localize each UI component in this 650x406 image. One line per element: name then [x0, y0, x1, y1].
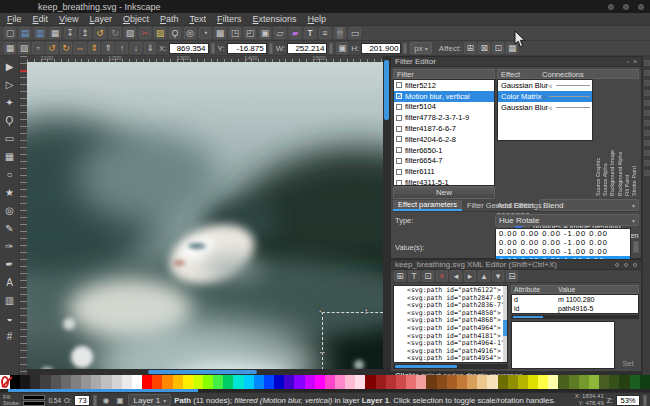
- fill-stroke-indicator[interactable]: [23, 395, 45, 406]
- h-spinner[interactable]: [403, 43, 407, 54]
- filter-list-item[interactable]: filter4204-6-2-8: [394, 134, 494, 145]
- palette-swatch[interactable]: [254, 375, 264, 389]
- filter-checkbox[interactable]: ✓: [396, 93, 402, 99]
- save-icon[interactable]: ▥: [34, 27, 46, 39]
- attribute-header[interactable]: Attribute: [512, 286, 558, 293]
- tree-vertical-scrollbar[interactable]: [503, 286, 507, 362]
- palette-swatch[interactable]: [619, 375, 629, 389]
- palette-swatch[interactable]: [20, 375, 30, 389]
- snap-centers-icon[interactable]: [644, 160, 650, 166]
- filter-checkbox[interactable]: [396, 136, 402, 142]
- scrollbar-handle[interactable]: [384, 60, 389, 120]
- palette-swatch[interactable]: [325, 375, 335, 389]
- palette-swatch[interactable]: [233, 375, 243, 389]
- palette-swatch[interactable]: [173, 375, 183, 389]
- affect-scale-icon[interactable]: ⊠: [478, 42, 490, 54]
- palette-swatch[interactable]: [599, 375, 609, 389]
- palette-swatch[interactable]: [589, 375, 599, 389]
- scale-handle-top[interactable]: ↕: [364, 307, 368, 316]
- document-properties-icon[interactable]: ▭: [349, 27, 361, 39]
- palette-swatch[interactable]: [355, 375, 365, 389]
- zoom-input[interactable]: 53%: [616, 395, 640, 406]
- connection-input-label[interactable]: Background Image: [609, 80, 615, 196]
- palette-swatch[interactable]: [518, 375, 528, 389]
- xml-node-row[interactable]: <svg:path id="path2836-7">: [394, 301, 507, 309]
- xml-node-row[interactable]: <svg:path id="path4954">: [394, 354, 507, 362]
- flip-horizontal-icon[interactable]: ⇔: [74, 42, 86, 54]
- box-3d-tool[interactable]: ▦: [2, 148, 18, 164]
- menu-item[interactable]: Path: [160, 14, 179, 24]
- set-attribute-button[interactable]: Set: [617, 358, 639, 369]
- type-dropdown[interactable]: Hue Rotate ▾: [495, 214, 639, 226]
- lock-ratio-icon[interactable]: ▣: [336, 42, 348, 54]
- palette-swatch[interactable]: [426, 375, 436, 389]
- palette-swatch[interactable]: [51, 375, 61, 389]
- ellipse-tool[interactable]: ○: [2, 166, 18, 182]
- tree-horizontal-scrollbar[interactable]: [393, 364, 508, 369]
- w-spinner[interactable]: [329, 43, 333, 54]
- layer-visibility-eye-icon[interactable]: ◉: [100, 395, 111, 406]
- fill-swatch[interactable]: [23, 395, 45, 400]
- menu-item[interactable]: Edit: [33, 14, 49, 24]
- snap-bbox-edges-icon[interactable]: [644, 80, 650, 86]
- xml-node-row[interactable]: <svg:path id="path4868">: [394, 316, 507, 324]
- zoom-spinner[interactable]: [643, 395, 647, 406]
- filter-list-item[interactable]: filter5104: [394, 102, 494, 113]
- matrix-row[interactable]: 0.00 0.00 0.00 -1.00 0.00: [496, 238, 630, 247]
- align-dialog-icon[interactable]: ▒: [334, 27, 346, 39]
- affect-rotate-icon[interactable]: ⊡: [492, 42, 504, 54]
- palette-swatch[interactable]: [487, 375, 497, 389]
- menu-item[interactable]: File: [7, 14, 22, 24]
- palette-swatch[interactable]: [81, 375, 91, 389]
- palette-swatch[interactable]: [315, 375, 325, 389]
- select-all-layers-icon[interactable]: ▧: [18, 42, 30, 54]
- new-text-node-icon[interactable]: T: [408, 270, 420, 282]
- filter-list-item[interactable]: ✓ Motion blur, vertical: [394, 91, 494, 102]
- palette-swatch[interactable]: [558, 375, 568, 389]
- undo-icon[interactable]: ↺: [94, 27, 106, 39]
- attribute-row[interactable]: id path4916-5: [512, 304, 638, 313]
- fill-stroke-icon[interactable]: ▰: [289, 27, 301, 39]
- snap-smooth-nodes-icon[interactable]: [644, 140, 650, 146]
- lower-icon[interactable]: ↓: [130, 42, 142, 54]
- xml-node-row[interactable]: <svg:path id="path6122">: [394, 286, 507, 294]
- palette-swatch[interactable]: [548, 375, 558, 389]
- float-panel-icon[interactable]: ▫: [626, 58, 628, 65]
- cut-icon[interactable]: ✂: [139, 27, 151, 39]
- new-filter-button[interactable]: New: [393, 186, 495, 199]
- node-options-icon[interactable]: ⊟: [506, 270, 518, 282]
- snap-path-intersections-icon[interactable]: [644, 120, 650, 126]
- menu-item[interactable]: Help: [308, 14, 327, 24]
- palette-swatch[interactable]: [498, 375, 508, 389]
- copy-icon[interactable]: ▧: [124, 27, 136, 39]
- opacity-input[interactable]: 73: [74, 395, 90, 406]
- snap-midpoints-icon[interactable]: [644, 150, 650, 156]
- w-input[interactable]: 252.214: [287, 43, 327, 54]
- dropper-tool[interactable]: ◒: [2, 310, 18, 326]
- palette-swatch[interactable]: [630, 375, 640, 389]
- filter-editor-titlebar[interactable]: Filter Editor ▫ ×: [391, 57, 641, 67]
- menu-item[interactable]: Extensions: [253, 14, 297, 24]
- filter-list-item[interactable]: filter4187-6-6-7: [394, 123, 494, 134]
- zoom-drawing-icon[interactable]: ◎: [184, 27, 196, 39]
- palette-swatch[interactable]: [244, 375, 254, 389]
- maximize-icon[interactable]: [624, 263, 628, 267]
- open-document-icon[interactable]: ▤: [19, 27, 31, 39]
- node-tool[interactable]: ▷: [2, 76, 18, 92]
- unindent-node-icon[interactable]: ◂: [450, 270, 462, 282]
- stroke-swatch[interactable]: [23, 401, 45, 406]
- pencil-tool[interactable]: ✎: [2, 220, 18, 236]
- scale-handle-left[interactable]: ↔: [318, 347, 326, 356]
- raise-to-top-icon[interactable]: ⇑: [102, 42, 114, 54]
- connector-tool[interactable]: #: [2, 328, 18, 344]
- layer-lock-icon[interactable]: ▣: [114, 395, 125, 406]
- clone-icon[interactable]: ◳: [229, 27, 241, 39]
- rotate-cw-icon[interactable]: ↻: [60, 42, 72, 54]
- duplicate-icon[interactable]: ▩: [214, 27, 226, 39]
- palette-swatch[interactable]: [406, 375, 416, 389]
- group-icon[interactable]: ▣: [259, 27, 271, 39]
- pen-tool[interactable]: ✑: [2, 238, 18, 254]
- filter-checkbox[interactable]: [396, 126, 402, 132]
- canvas-horizontal-scrollbar[interactable]: [27, 369, 383, 375]
- new-element-node-icon[interactable]: ⊞: [394, 270, 406, 282]
